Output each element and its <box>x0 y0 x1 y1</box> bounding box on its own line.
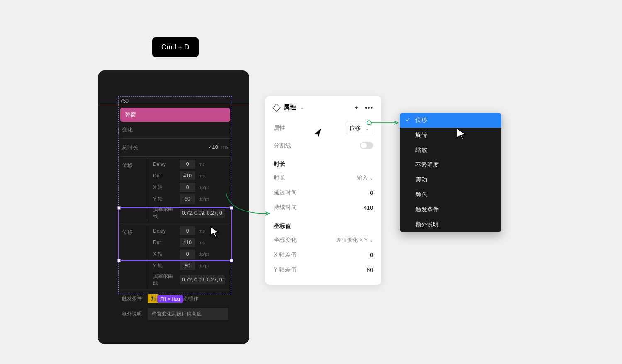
param-row-delay: Delay ms <box>153 158 225 170</box>
divider-toggle[interactable] <box>360 142 373 149</box>
param-row-bezier: 贝塞尔曲线 <box>153 205 225 221</box>
description-row: 额外说明 弹窗变化到设计稿高度 <box>120 306 230 323</box>
divider <box>120 290 230 290</box>
group-name[interactable]: 位移 <box>120 225 143 288</box>
menu-item-color[interactable]: 颜色 <box>400 187 501 202</box>
x-diff-row: X 轴差值 0 <box>274 248 373 262</box>
y-diff-value[interactable]: 80 <box>367 267 373 273</box>
coordinates-heading: 坐标值 <box>274 223 373 230</box>
trigger-suffix: 态/操作 <box>183 296 198 302</box>
duration-mode-row: 时长 输入 <box>274 170 373 185</box>
continue-time-row: 持续时间 410 <box>274 200 373 215</box>
duration-heading: 时长 <box>274 160 373 168</box>
guide-line <box>98 106 249 106</box>
param-row-y: Y 轴 dp/pt <box>153 260 225 272</box>
divider <box>120 223 230 223</box>
properties-title: 属性 <box>284 104 296 112</box>
x-input[interactable] <box>180 250 195 259</box>
menu-item-rotate[interactable]: 旋转 <box>400 128 501 143</box>
delay-input[interactable] <box>180 160 195 169</box>
x-input[interactable] <box>180 183 195 192</box>
sparkle-icon[interactable]: ✦ <box>354 104 359 111</box>
group-name[interactable]: 位移 <box>120 158 143 221</box>
menu-item-notes[interactable]: 额外说明 <box>400 217 501 232</box>
delay-time-row: 延迟时间 0 <box>274 185 373 200</box>
divider <box>120 138 230 139</box>
attribute-dropdown-menu: 位移 旋转 缩放 不透明度 震动 颜色 触发条件 额外说明 <box>400 113 501 232</box>
total-duration-label: 总时长 <box>122 144 138 151</box>
autolayout-badge: Fill × Hug <box>157 295 183 303</box>
menu-item-shake[interactable]: 震动 <box>400 172 501 187</box>
change-section-label: 变化 <box>120 123 230 137</box>
continue-value[interactable]: 410 <box>364 204 373 211</box>
layer-title-popup[interactable]: 弹窗 <box>120 108 230 122</box>
delay-value[interactable]: 0 <box>370 189 373 196</box>
bezier-input[interactable] <box>180 209 225 218</box>
y-input[interactable] <box>180 261 195 270</box>
param-row-x: X 轴 dp/pt <box>153 182 225 193</box>
y-input[interactable] <box>180 194 195 204</box>
diamond-icon <box>272 104 281 112</box>
param-row-x: X 轴 dp/pt <box>153 248 225 260</box>
total-duration-value: 410 <box>209 144 218 150</box>
dur-input[interactable] <box>180 238 195 247</box>
total-duration-unit: ms <box>221 144 228 150</box>
param-row-y: Y 轴 dp/pt <box>153 193 225 205</box>
param-row-dur: Dur ms <box>153 170 225 182</box>
y-diff-row: Y 轴差值 80 <box>274 262 373 277</box>
param-row-dur: Dur ms <box>153 237 225 248</box>
delay-input[interactable] <box>180 226 195 235</box>
total-duration-row: 总时长 410 ms <box>120 141 230 155</box>
bezier-input[interactable] <box>180 275 225 284</box>
properties-header: 属性 ⌄ ✦ ••• <box>274 104 373 112</box>
attribute-row: 属性 位移 <box>274 118 373 138</box>
chevron-down-icon[interactable]: ⌄ <box>300 105 304 110</box>
trigger-row: 触发条件 判 Fill × Hug 态/操作 <box>120 292 230 306</box>
more-icon[interactable]: ••• <box>365 104 373 112</box>
editor-content: 弹窗 变化 总时长 410 ms 位移 Delay ms Dur ms X 轴 <box>120 108 230 323</box>
divider <box>120 156 230 157</box>
coord-change-row: 坐标变化 差值变化 X Y <box>274 233 373 248</box>
x-diff-value[interactable]: 0 <box>370 252 373 258</box>
param-group: Delay ms Dur ms X 轴 dp/pt Y 轴 dp/pt 贝塞尔曲… <box>148 225 225 288</box>
param-row-bezier: 贝塞尔曲线 <box>153 272 225 288</box>
attribute-dropdown[interactable]: 位移 <box>345 122 373 134</box>
menu-item-trigger[interactable]: 触发条件 <box>400 202 501 217</box>
menu-item-translate[interactable]: 位移 <box>400 113 501 128</box>
description-input[interactable]: 弹窗变化到设计稿高度 <box>148 308 228 320</box>
param-group: Delay ms Dur ms X 轴 dp/pt Y 轴 dp/pt 贝塞尔曲… <box>148 158 225 221</box>
menu-item-opacity[interactable]: 不透明度 <box>400 158 501 172</box>
param-row-delay: Delay ms <box>153 225 225 237</box>
frame-width-label: 750 <box>120 98 129 104</box>
divider-toggle-row: 分割线 <box>274 138 373 153</box>
properties-panel: 属性 ⌄ ✦ ••• 属性 位移 分割线 时长 时长 输入 延迟时间 0 持续时… <box>265 96 381 285</box>
duration-mode-dropdown[interactable]: 输入 <box>357 174 373 182</box>
menu-item-scale[interactable]: 缩放 <box>400 143 501 158</box>
dur-input[interactable] <box>180 171 195 180</box>
keyboard-shortcut-badge: Cmd + D <box>152 37 199 57</box>
coord-change-dropdown[interactable]: 差值变化 X Y <box>336 236 373 244</box>
